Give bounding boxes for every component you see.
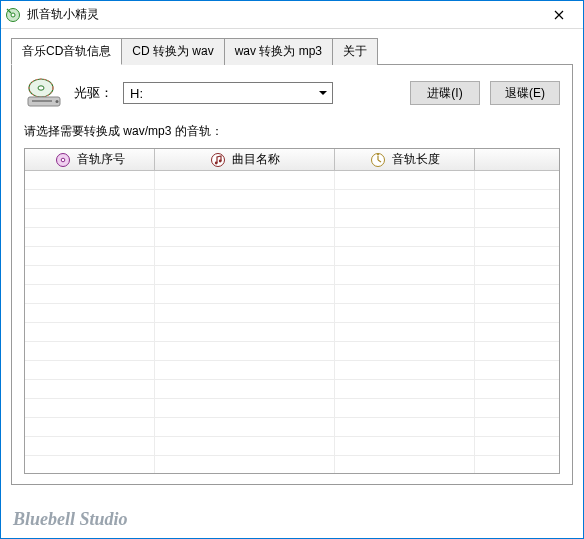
table-row [25, 323, 559, 342]
table-row [25, 380, 559, 399]
column-label: 曲目名称 [232, 151, 280, 168]
cd-drive-icon [24, 77, 64, 109]
tab-cd-info[interactable]: 音乐CD音轨信息 [11, 38, 122, 65]
svg-point-10 [211, 153, 224, 166]
load-disc-button[interactable]: 进碟(I) [410, 81, 480, 105]
window-title: 抓音轨小精灵 [27, 6, 539, 23]
footer-brand: Bluebell Studio [13, 509, 128, 530]
table-row [25, 171, 559, 190]
tab-wav-to-mp3[interactable]: wav 转换为 mp3 [224, 38, 333, 65]
grid-header: 音轨序号 曲目名称 [25, 149, 559, 171]
eject-disc-button[interactable]: 退碟(E) [490, 81, 560, 105]
column-label: 音轨序号 [77, 151, 125, 168]
tab-panel-cd-info: 光驱： H: 进碟(I) 退碟(E) 请选择需要转换成 wav/mp3 的音轨： [11, 64, 573, 485]
close-button[interactable] [539, 2, 579, 28]
column-track-name[interactable]: 曲目名称 [155, 149, 335, 170]
table-row [25, 228, 559, 247]
table-row [25, 266, 559, 285]
table-row [25, 399, 559, 418]
table-row [25, 209, 559, 228]
table-row [25, 418, 559, 437]
tab-bar: 音乐CD音轨信息 CD 转换为 wav wav 转换为 mp3 关于 [11, 37, 573, 64]
titlebar: 抓音轨小精灵 [1, 1, 583, 29]
column-label: 音轨长度 [392, 151, 440, 168]
track-grid: 音轨序号 曲目名称 [24, 148, 560, 474]
svg-rect-6 [32, 100, 52, 102]
table-row [25, 285, 559, 304]
drive-selected-value: H: [130, 86, 143, 101]
table-row [25, 304, 559, 323]
svg-point-1 [11, 13, 15, 17]
svg-point-14 [377, 153, 379, 155]
clock-icon [370, 152, 386, 168]
instruction-text: 请选择需要转换成 wav/mp3 的音轨： [24, 123, 560, 140]
grid-body[interactable] [25, 171, 559, 474]
drive-label: 光驱： [74, 84, 113, 102]
table-row [25, 342, 559, 361]
cd-disc-icon [55, 152, 71, 168]
table-row [25, 456, 559, 474]
table-row [25, 361, 559, 380]
column-track-length[interactable]: 音轨长度 [335, 149, 475, 170]
svg-point-9 [61, 158, 65, 162]
tab-about[interactable]: 关于 [332, 38, 378, 65]
svg-point-7 [56, 100, 59, 103]
table-row [25, 437, 559, 456]
column-track-number[interactable]: 音轨序号 [25, 149, 155, 170]
music-note-icon [210, 152, 226, 168]
tab-cd-to-wav[interactable]: CD 转换为 wav [121, 38, 224, 65]
drive-select[interactable]: H: [123, 82, 333, 104]
svg-point-12 [218, 159, 221, 162]
table-row [25, 190, 559, 209]
table-row [25, 247, 559, 266]
svg-point-4 [38, 86, 44, 90]
app-icon [5, 7, 21, 23]
svg-point-11 [214, 161, 217, 164]
column-spacer [475, 149, 559, 170]
